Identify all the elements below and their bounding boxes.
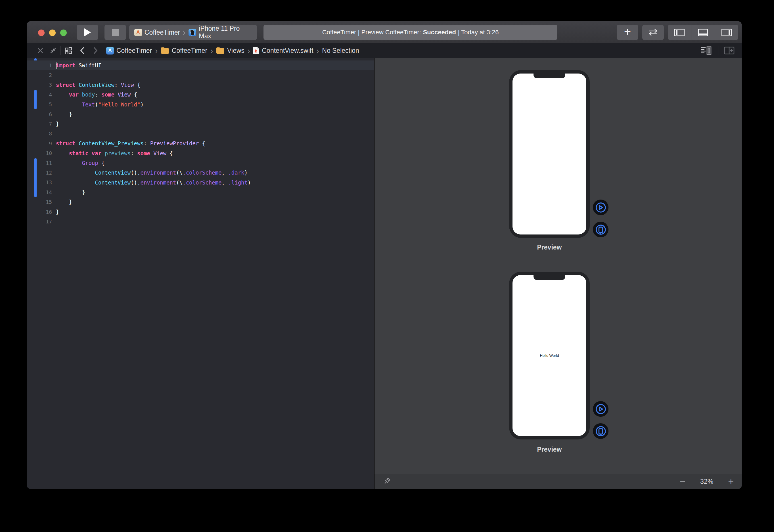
close-window-button[interactable] bbox=[38, 30, 45, 36]
editor-options-icon bbox=[701, 46, 712, 55]
stop-button[interactable] bbox=[104, 25, 126, 40]
toggle-navigator-button[interactable] bbox=[668, 25, 691, 40]
live-preview-button[interactable] bbox=[593, 200, 608, 215]
scheme-selector[interactable]: A CoffeeTimer › iPhone 11 Pro Max bbox=[129, 25, 257, 40]
breadcrumb-label: No Selection bbox=[322, 47, 359, 55]
swift-icon bbox=[253, 47, 259, 55]
breadcrumb: ACoffeeTimer›CoffeeTimer›Views›ContentVi… bbox=[106, 46, 359, 55]
code-text[interactable]: } bbox=[52, 119, 59, 129]
line-number[interactable]: 10 bbox=[27, 150, 52, 156]
pin-preview-button[interactable] bbox=[382, 477, 391, 486]
line-number[interactable]: 17 bbox=[27, 219, 52, 225]
editor-options-button[interactable] bbox=[701, 46, 712, 55]
code-text[interactable]: } bbox=[52, 207, 59, 217]
zoom-window-button[interactable] bbox=[60, 30, 67, 36]
breadcrumb-item-coffeetimer[interactable]: ACoffeeTimer bbox=[106, 47, 152, 55]
line-number[interactable]: 15 bbox=[27, 199, 52, 205]
breadcrumb-item-coffeetimer[interactable]: CoffeeTimer bbox=[161, 47, 207, 55]
line-number[interactable]: 1 bbox=[27, 62, 52, 68]
breadcrumb-item-views[interactable]: Views bbox=[216, 47, 244, 55]
code-line-13: 13 ContentView().environment(\.colorSche… bbox=[27, 178, 374, 187]
zoom-in-button[interactable]: + bbox=[728, 477, 734, 486]
line-number[interactable]: 8 bbox=[27, 131, 52, 137]
activity-status-bar[interactable]: CoffeeTimer | Preview CoffeeTimer: Succe… bbox=[263, 25, 557, 40]
code-text[interactable]: static var previews: some View { bbox=[52, 148, 173, 158]
zoom-out-button[interactable]: − bbox=[680, 477, 685, 486]
bottom-panel-icon bbox=[698, 29, 708, 36]
toggle-inspector-button[interactable] bbox=[715, 25, 738, 40]
code-text[interactable]: struct ContentView: View { bbox=[52, 80, 140, 90]
line-number[interactable]: 3 bbox=[27, 82, 52, 88]
status-text-left: CoffeeTimer | Preview CoffeeTimer: bbox=[322, 29, 421, 36]
line-number[interactable]: 4 bbox=[27, 92, 52, 98]
canvas-bottom-bar: − 32% + bbox=[375, 474, 742, 489]
preview-on-device-button[interactable] bbox=[593, 222, 608, 237]
line-number[interactable]: 14 bbox=[27, 189, 52, 195]
preview-on-device-button[interactable] bbox=[593, 423, 608, 439]
line-number[interactable]: 5 bbox=[27, 101, 52, 107]
preview-screen[interactable] bbox=[512, 74, 586, 234]
code-line-16: 16} bbox=[27, 207, 374, 217]
code-text[interactable]: struct ContentView_Previews: PreviewProv… bbox=[52, 139, 205, 148]
device-circle-icon bbox=[595, 224, 606, 235]
jumpbar-divider bbox=[60, 46, 61, 55]
line-number[interactable]: 2 bbox=[27, 72, 52, 78]
jumpbar-divider bbox=[719, 46, 719, 55]
breadcrumb-item-contentview-swift[interactable]: ContentView.swift bbox=[253, 47, 313, 55]
code-text[interactable]: ContentView().environment(\.colorScheme,… bbox=[52, 178, 251, 187]
breadcrumb-label: CoffeeTimer bbox=[172, 47, 207, 55]
plus-icon: + bbox=[624, 25, 631, 39]
preview-label: Preview bbox=[509, 446, 590, 453]
source-editor[interactable]: 1import SwiftUI23struct ContentView: Vie… bbox=[27, 58, 374, 489]
breadcrumb-separator: › bbox=[313, 45, 322, 56]
code-line-9: 9struct ContentView_Previews: PreviewPro… bbox=[27, 139, 374, 148]
line-number[interactable]: 11 bbox=[27, 160, 52, 166]
close-editor-icon[interactable] bbox=[37, 47, 43, 54]
code-text[interactable]: Group { bbox=[52, 158, 105, 168]
line-number[interactable]: 13 bbox=[27, 179, 52, 185]
add-editor-button[interactable] bbox=[723, 46, 735, 55]
status-text-right: | Today at 3:26 bbox=[458, 29, 499, 36]
code-text[interactable]: } bbox=[52, 187, 85, 197]
preview-canvas: Preview Hello World Preview bbox=[375, 58, 742, 489]
collapse-arrows-icon[interactable] bbox=[50, 47, 57, 54]
line-number[interactable]: 6 bbox=[27, 111, 52, 117]
back-button-icon[interactable] bbox=[80, 47, 85, 55]
minimize-window-button[interactable] bbox=[49, 30, 56, 36]
panel-toggle-group bbox=[668, 25, 738, 40]
live-preview-button[interactable] bbox=[593, 401, 608, 417]
run-button[interactable] bbox=[77, 25, 98, 40]
code-text[interactable]: Text("Hello World") bbox=[52, 100, 144, 109]
xcode-window: A CoffeeTimer › iPhone 11 Pro Max Coffee… bbox=[27, 21, 742, 489]
zoom-level: 32% bbox=[697, 478, 717, 485]
code-text[interactable]: ContentView().environment(\.colorScheme,… bbox=[52, 168, 248, 177]
line-number[interactable]: 9 bbox=[27, 141, 52, 146]
iphone-device-icon bbox=[189, 29, 196, 36]
code-line-6: 6 } bbox=[27, 109, 374, 119]
scheme-project-name: CoffeeTimer bbox=[145, 29, 180, 36]
device-notch bbox=[534, 275, 565, 280]
code-line-5: 5 Text("Hello World") bbox=[27, 100, 374, 109]
play-circle-icon bbox=[595, 403, 606, 415]
line-number[interactable]: 7 bbox=[27, 121, 52, 127]
scheme-device-name: iPhone 11 Pro Max bbox=[199, 25, 252, 40]
code-text[interactable]: var body: some View { bbox=[52, 90, 137, 99]
breadcrumb-separator: › bbox=[207, 45, 216, 56]
library-add-button[interactable]: + bbox=[617, 25, 638, 40]
related-items-icon[interactable] bbox=[65, 47, 72, 54]
left-panel-icon bbox=[674, 29, 685, 36]
code-text[interactable]: import SwiftUI bbox=[52, 60, 101, 70]
preview-screen[interactable]: Hello World bbox=[512, 275, 586, 436]
status-text-result: Succeeded bbox=[423, 29, 456, 36]
stop-icon bbox=[112, 29, 119, 36]
code-line-8: 8 bbox=[27, 129, 374, 139]
toggle-debug-area-button[interactable] bbox=[691, 25, 715, 40]
forward-button-icon[interactable] bbox=[93, 47, 98, 55]
line-number[interactable]: 12 bbox=[27, 170, 52, 176]
code-review-button[interactable] bbox=[642, 25, 664, 40]
code-text[interactable]: } bbox=[52, 109, 72, 119]
breadcrumb-item-no-selection[interactable]: No Selection bbox=[322, 47, 359, 55]
preview-device-frame bbox=[509, 70, 590, 238]
code-text[interactable]: } bbox=[52, 197, 72, 207]
line-number[interactable]: 16 bbox=[27, 209, 52, 215]
